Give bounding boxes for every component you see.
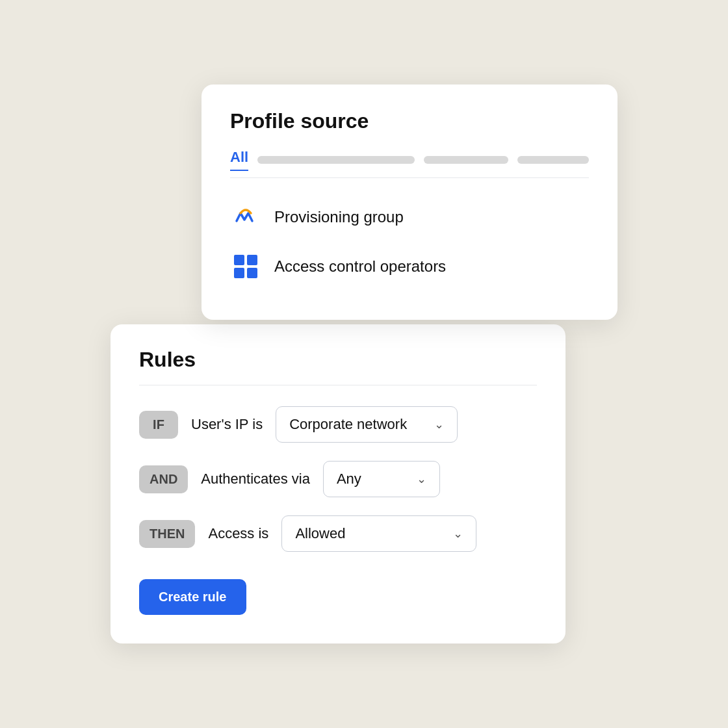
rules-card: Rules IF User's IP is Corporate network … [110,324,566,644]
tab-placeholder-3 [517,156,589,164]
svg-rect-2 [234,268,244,278]
chevron-down-icon: ⌄ [434,417,444,432]
svg-rect-1 [247,255,257,265]
profile-source-card: Profile source All Provisioning group [202,84,618,320]
profile-item-access-control[interactable]: Access control operators [230,242,589,291]
create-rule-button[interactable]: Create rule [139,579,246,615]
rules-title: Rules [139,348,537,372]
access-control-operators-label: Access control operators [274,257,446,276]
workspace-icon-container [230,202,261,233]
tab-placeholder-1 [257,156,415,164]
chevron-down-icon-2: ⌄ [417,472,426,486]
allowed-dropdown[interactable]: Allowed ⌄ [281,515,476,552]
workspace-icon [231,203,260,231]
authenticates-via-label: Authenticates via [201,471,310,488]
svg-rect-0 [234,255,244,265]
then-badge: THEN [139,520,195,548]
windows-icon-container [230,251,261,282]
chevron-down-icon-3: ⌄ [453,526,463,541]
profile-item-provisioning[interactable]: Provisioning group [230,192,589,242]
if-rule-row: IF User's IP is Corporate network ⌄ [139,406,537,443]
access-is-label: Access is [208,525,268,542]
then-rule-row: THEN Access is Allowed ⌄ [139,515,537,552]
and-badge: AND [139,465,188,493]
profile-source-title: Profile source [230,109,589,133]
tab-all[interactable]: All [230,149,248,171]
corporate-network-value: Corporate network [289,416,407,433]
tabs-row: All [230,149,589,171]
windows-icon [232,253,259,280]
any-value: Any [337,471,361,488]
corporate-network-dropdown[interactable]: Corporate network ⌄ [276,406,458,443]
if-badge: IF [139,411,178,439]
provisioning-group-label: Provisioning group [274,208,404,226]
and-rule-row: AND Authenticates via Any ⌄ [139,461,537,497]
allowed-value: Allowed [295,525,345,542]
tab-placeholder-2 [424,156,508,164]
svg-rect-3 [247,268,257,278]
rules-divider [139,385,537,385]
any-dropdown[interactable]: Any ⌄ [323,461,440,497]
tabs-divider [230,177,589,178]
users-ip-label: User's IP is [191,416,263,433]
